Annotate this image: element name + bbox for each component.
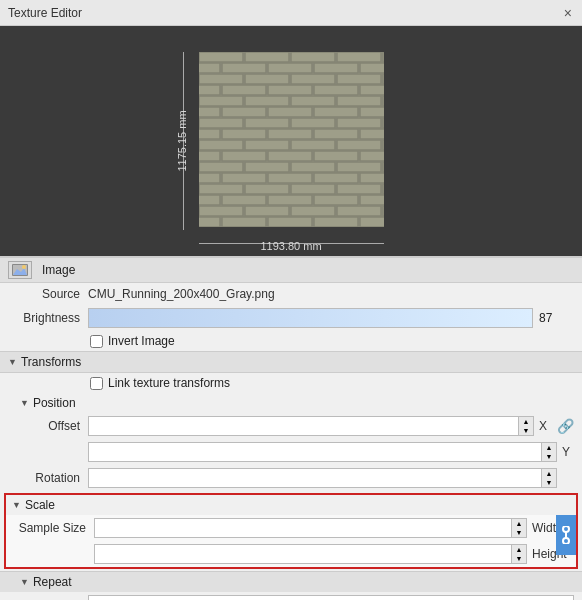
scale-height-spinner-buttons: ▲ ▼ xyxy=(512,544,527,564)
horizontal-select[interactable]: Tile Mirror None xyxy=(88,595,574,600)
texture-container: 1175.15 mm 1193.80 mm xyxy=(199,52,384,230)
rotation-input[interactable]: 0.00° xyxy=(88,468,542,488)
svg-rect-7 xyxy=(199,52,384,227)
rotation-spinner-buttons: ▲ ▼ xyxy=(542,468,557,488)
scale-height-row: 1175.15 mm ▲ ▼ Height xyxy=(6,541,552,567)
brightness-slider[interactable] xyxy=(88,308,533,328)
offset-x-down[interactable]: ▼ xyxy=(519,426,533,435)
link-transforms-row: Link texture transforms xyxy=(0,373,582,393)
scale-width-spinner-buttons: ▲ ▼ xyxy=(512,518,527,538)
source-label: Source xyxy=(8,287,88,301)
scale-width-up[interactable]: ▲ xyxy=(512,519,526,528)
width-dimension-label: 1193.80 mm xyxy=(260,240,321,252)
height-dimension-label: 1175.15 mm xyxy=(175,110,187,171)
offset-y-spinner: 0.00 mm ▲ ▼ xyxy=(88,442,557,462)
offset-y-spinner-buttons: ▲ ▼ xyxy=(542,442,557,462)
scale-width-input[interactable]: 1193.80 mm xyxy=(94,518,512,538)
rotation-row: Rotation 0.00° ▲ ▼ xyxy=(0,465,582,491)
offset-x-row: Offset 0.00 mm ▲ ▼ X 🔗 xyxy=(0,413,582,439)
scale-section-label: Scale xyxy=(25,498,55,512)
link-scale-icon xyxy=(560,526,572,544)
image-section-header: Image xyxy=(0,257,582,283)
source-value: CMU_Running_200x400_Gray.png xyxy=(88,287,574,301)
scale-width-row: Sample Size 1193.80 mm ▲ ▼ Width xyxy=(6,515,552,541)
texture-preview xyxy=(199,52,384,227)
transforms-section-label: Transforms xyxy=(21,355,81,369)
properties-panel: Image Source CMU_Running_200x400_Gray.pn… xyxy=(0,256,582,600)
link-transforms-checkbox[interactable] xyxy=(90,377,103,390)
transforms-section-header[interactable]: ▼ Transforms xyxy=(0,351,582,373)
offset-x-input[interactable]: 0.00 mm xyxy=(88,416,519,436)
source-row: Source CMU_Running_200x400_Gray.png xyxy=(0,283,582,305)
horizontal-repeat-row: Horizontal Tile Mirror None xyxy=(0,592,582,600)
rotation-spinner: 0.00° ▲ ▼ xyxy=(88,468,557,488)
scale-section: ▼ Scale Sample Size 1193.80 mm ▲ ▼ Width xyxy=(4,493,578,569)
svg-point-11 xyxy=(22,265,26,269)
scale-height-down[interactable]: ▼ xyxy=(512,554,526,563)
y-axis-label: Y xyxy=(562,445,574,459)
scale-height-up[interactable]: ▲ xyxy=(512,545,526,554)
close-button[interactable]: × xyxy=(562,6,574,20)
image-icon xyxy=(8,261,32,279)
offset-y-down[interactable]: ▼ xyxy=(542,452,556,461)
position-toggle-icon: ▼ xyxy=(20,398,29,408)
offset-x-spinner-buttons: ▲ ▼ xyxy=(519,416,534,436)
invert-checkbox[interactable] xyxy=(90,335,103,348)
width-label: Width xyxy=(532,521,544,535)
scale-height-input[interactable]: 1175.15 mm xyxy=(94,544,512,564)
brightness-label: Brightness xyxy=(8,311,88,325)
repeat-section-header[interactable]: ▼ Repeat xyxy=(0,571,582,592)
invert-label: Invert Image xyxy=(108,334,175,348)
svg-rect-12 xyxy=(563,526,569,532)
rotation-down[interactable]: ▼ xyxy=(542,478,556,487)
preview-area: 1175.15 mm 1193.80 mm xyxy=(0,26,582,256)
scale-toggle-icon: ▼ xyxy=(12,500,21,510)
rotation-label: Rotation xyxy=(8,471,88,485)
scale-width-spinner: 1193.80 mm ▲ ▼ xyxy=(94,518,527,538)
transforms-toggle-icon: ▼ xyxy=(8,357,17,367)
scale-height-spinner: 1175.15 mm ▲ ▼ xyxy=(94,544,527,564)
rotation-up[interactable]: ▲ xyxy=(542,469,556,478)
sample-size-label: Sample Size xyxy=(14,521,94,535)
svg-rect-13 xyxy=(563,538,569,544)
title-bar: Texture Editor × xyxy=(0,0,582,26)
invert-row: Invert Image xyxy=(0,331,582,351)
offset-x-spinner: 0.00 mm ▲ ▼ xyxy=(88,416,534,436)
repeat-section-label: Repeat xyxy=(33,575,72,589)
height-label: Height xyxy=(532,547,544,561)
title-bar-title: Texture Editor xyxy=(8,6,82,20)
scale-section-header[interactable]: ▼ Scale xyxy=(6,495,576,515)
brightness-row: Brightness 87 xyxy=(0,305,582,331)
image-icon-svg xyxy=(12,264,28,276)
brightness-value: 87 xyxy=(539,311,574,325)
scale-width-down[interactable]: ▼ xyxy=(512,528,526,537)
offset-y-row: 0.00 mm ▲ ▼ Y xyxy=(0,439,582,465)
repeat-toggle-icon: ▼ xyxy=(20,577,29,587)
link-transforms-label: Link texture transforms xyxy=(108,376,230,390)
link-xy-icon[interactable]: 🔗 xyxy=(557,418,574,434)
scale-fields: Sample Size 1193.80 mm ▲ ▼ Width 1175.15 xyxy=(6,515,552,567)
offset-y-up[interactable]: ▲ xyxy=(542,443,556,452)
offset-label: Offset xyxy=(8,419,88,433)
image-section-label: Image xyxy=(42,263,75,277)
x-axis-label: X xyxy=(539,419,551,433)
offset-y-input[interactable]: 0.00 mm xyxy=(88,442,542,462)
scale-inputs-wrapper: Sample Size 1193.80 mm ▲ ▼ Width 1175.15 xyxy=(6,515,576,567)
scale-link-button[interactable] xyxy=(556,515,576,555)
offset-x-up[interactable]: ▲ xyxy=(519,417,533,426)
position-section-label: Position xyxy=(33,396,76,410)
position-section-header[interactable]: ▼ Position xyxy=(0,393,582,413)
